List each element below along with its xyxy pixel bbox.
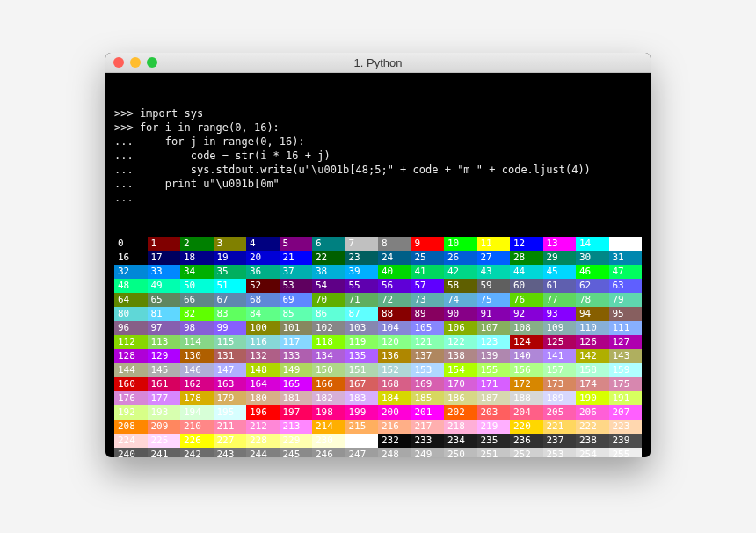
- color-cell: 241: [148, 448, 181, 457]
- color-cell: 151: [345, 363, 379, 377]
- color-cell: 74: [444, 293, 477, 307]
- color-cell: 167: [345, 377, 379, 391]
- color-cell: 119: [345, 335, 379, 349]
- color-cell: 112: [114, 335, 148, 349]
- color-cell: 243: [214, 448, 247, 457]
- color-cell: 220: [510, 420, 543, 434]
- color-cell: 155: [477, 363, 511, 377]
- color-row: 0123456789101112131415: [114, 237, 642, 251]
- color-cell: 89: [411, 307, 445, 321]
- color-cell: 90: [444, 307, 477, 321]
- color-cell: 148: [246, 363, 280, 377]
- color-cell: 28: [510, 251, 543, 265]
- color-cell: 126: [576, 335, 609, 349]
- color-cell: 103: [345, 321, 379, 335]
- color-cell: 170: [444, 377, 477, 391]
- color-cell: 15: [609, 237, 643, 251]
- color-cell: 157: [543, 363, 577, 377]
- color-cell: 201: [411, 405, 445, 420]
- color-cell: 52: [246, 279, 280, 293]
- color-cell: 149: [280, 363, 313, 377]
- color-cell: 145: [148, 363, 181, 377]
- terminal-body[interactable]: >>> import sys>>> for i in range(0, 16):…: [105, 73, 651, 457]
- color-cell: 146: [180, 363, 214, 377]
- color-cell: 19: [214, 251, 247, 265]
- color-cell: 41: [411, 265, 445, 279]
- color-cell: 200: [378, 405, 411, 420]
- color-cell: 245: [280, 448, 313, 457]
- color-cell: 168: [378, 377, 411, 391]
- color-cell: 39: [345, 265, 379, 279]
- color-cell: 236: [510, 434, 543, 448]
- color-cell: 101: [280, 321, 313, 335]
- color-cell: 73: [411, 293, 445, 307]
- color-cell: 165: [280, 377, 313, 391]
- color-cell: 185: [411, 391, 445, 405]
- color-cell: 213: [280, 420, 313, 434]
- color-cell: 233: [411, 434, 445, 448]
- color-cell: 16: [114, 251, 148, 265]
- color-cell: 231: [345, 434, 379, 448]
- color-cell: 216: [378, 420, 411, 434]
- color-cell: 62: [576, 279, 609, 293]
- color-cell: 57: [411, 279, 445, 293]
- color-cell: 14: [576, 237, 609, 251]
- color-cell: 240: [114, 448, 148, 457]
- color-cell: 237: [543, 434, 577, 448]
- color-row: 64656667686970717273747576777879: [114, 293, 642, 307]
- color-cell: 70: [312, 293, 345, 307]
- color-cell: 198: [312, 405, 345, 420]
- color-cell: 255: [609, 448, 643, 457]
- color-cell: 212: [246, 420, 280, 434]
- color-cell: 1: [148, 237, 181, 251]
- code-line: ... code = str(i * 16 + j): [114, 149, 642, 163]
- color-cell: 206: [576, 405, 609, 420]
- color-cell: 60: [510, 279, 543, 293]
- color-cell: 178: [180, 391, 214, 405]
- color-cell: 32: [114, 265, 148, 279]
- color-cell: 63: [609, 279, 643, 293]
- color-cell: 117: [280, 335, 313, 349]
- color-cell: 12: [510, 237, 543, 251]
- color-cell: 120: [378, 335, 411, 349]
- color-cell: 203: [477, 405, 511, 420]
- color-cell: 83: [214, 307, 247, 321]
- color-cell: 11: [477, 237, 511, 251]
- color-row: 1601611621631641651661671681691701711721…: [114, 377, 642, 391]
- color-cell: 104: [378, 321, 411, 335]
- color-cell: 56: [378, 279, 411, 293]
- color-row: 1121131141151161171181191201211221231241…: [114, 335, 642, 349]
- color-cell: 59: [477, 279, 511, 293]
- color-cell: 154: [444, 363, 477, 377]
- color-cell: 156: [510, 363, 543, 377]
- color-cell: 105: [411, 321, 445, 335]
- color-cell: 180: [246, 391, 280, 405]
- color-cell: 169: [411, 377, 445, 391]
- color-cell: 228: [246, 434, 280, 448]
- color-cell: 18: [180, 251, 214, 265]
- color-cell: 99: [214, 321, 247, 335]
- color-row: 1921931941951961971981992002012022032042…: [114, 405, 642, 420]
- color-cell: 118: [312, 335, 345, 349]
- color-cell: 7: [345, 237, 379, 251]
- color-cell: 215: [345, 420, 379, 434]
- color-cell: 9: [411, 237, 445, 251]
- color-cell: 144: [114, 363, 148, 377]
- color-cell: 150: [312, 363, 345, 377]
- window-title: 1. Python: [105, 56, 651, 69]
- color-cell: 114: [180, 335, 214, 349]
- color-cell: 61: [543, 279, 577, 293]
- color-cell: 221: [543, 420, 577, 434]
- color-cell: 38: [312, 265, 345, 279]
- color-cell: 67: [214, 293, 247, 307]
- color-cell: 3: [214, 237, 247, 251]
- color-cell: 191: [609, 391, 643, 405]
- color-cell: 80: [114, 307, 148, 321]
- color-cell: 225: [148, 434, 181, 448]
- color-cell: 87: [345, 307, 379, 321]
- color-cell: 239: [609, 434, 643, 448]
- color-cell: 184: [378, 391, 411, 405]
- color-cell: 250: [444, 448, 477, 457]
- color-cell: 217: [411, 420, 445, 434]
- color-cell: 162: [180, 377, 214, 391]
